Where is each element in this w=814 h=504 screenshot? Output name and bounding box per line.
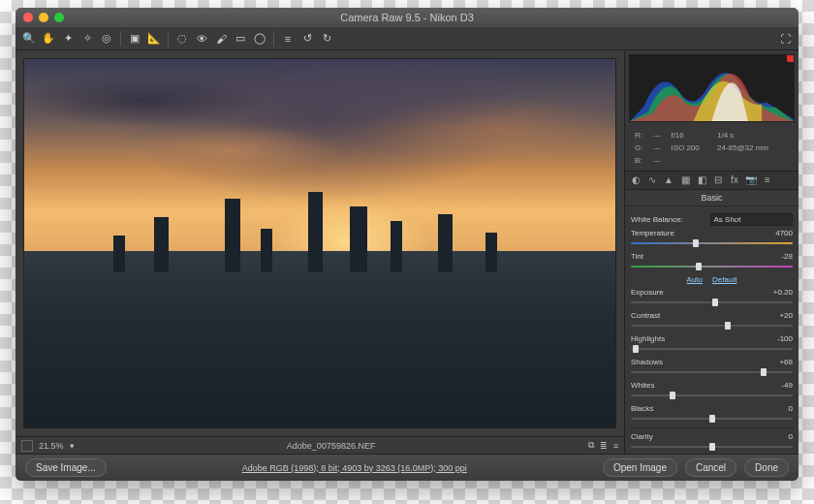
filename: Adobe_00759826.NEF bbox=[80, 441, 582, 451]
clarity-label: Clarity bbox=[631, 432, 653, 441]
tab-lens-icon[interactable]: ⊟ bbox=[711, 173, 725, 187]
footer: Save Image... Adobe RGB (1998); 8 bit; 4… bbox=[16, 454, 798, 481]
panel-title: Basic bbox=[625, 190, 798, 206]
redeye-tool-icon[interactable]: 👁 bbox=[194, 31, 209, 47]
whites-slider[interactable] bbox=[631, 391, 793, 400]
white-balance-tool-icon[interactable]: ✦ bbox=[60, 31, 76, 47]
contrast-value[interactable]: +20 bbox=[779, 311, 793, 320]
fullscreen-toggle-icon[interactable]: ⛶ bbox=[777, 31, 793, 47]
preview-pane: 21.5% ▾ Adobe_00759826.NEF ⧉ ≣ ≡ bbox=[16, 50, 624, 454]
tint-value[interactable]: -28 bbox=[781, 252, 793, 261]
preferences-icon[interactable]: ≡ bbox=[280, 31, 296, 47]
white-balance-label: White Balance: bbox=[631, 215, 706, 224]
temperature-value[interactable]: 4700 bbox=[775, 229, 793, 237]
titlebar: Camera Raw 9.5 - Nikon D3 bbox=[16, 8, 798, 27]
highlights-value[interactable]: -100 bbox=[777, 334, 793, 343]
shadows-value[interactable]: +68 bbox=[779, 358, 793, 366]
adjustment-brush-icon[interactable]: 🖌 bbox=[213, 31, 229, 47]
shadows-label: Shadows bbox=[631, 358, 663, 366]
exposure-slider[interactable] bbox=[631, 298, 793, 307]
tab-basic-icon[interactable]: ◐ bbox=[629, 173, 642, 187]
radial-filter-icon[interactable]: ◯ bbox=[252, 31, 267, 47]
rotate-cw-icon[interactable]: ↻ bbox=[319, 31, 334, 47]
menu-icon[interactable]: ≡ bbox=[613, 441, 618, 451]
whites-label: Whites bbox=[631, 381, 654, 390]
panel-tabs: ◐ ∿ ▲ ▦ ◧ ⊟ fx 📷 ≡ bbox=[625, 171, 798, 190]
rotate-ccw-icon[interactable]: ↺ bbox=[299, 31, 315, 47]
zoom-tool-icon[interactable]: 🔍 bbox=[21, 31, 37, 47]
adjustments-panel: R:---f/161/4 s G:---ISO 20024-85@32 mm B… bbox=[624, 50, 798, 454]
basic-panel: White Balance: As Shot Temperature4700 T… bbox=[625, 206, 798, 454]
open-image-button[interactable]: Open Image bbox=[603, 458, 677, 477]
exif-readout: R:---f/161/4 s G:---ISO 20024-85@32 mm B… bbox=[625, 126, 798, 171]
save-image-button[interactable]: Save Image... bbox=[25, 458, 107, 477]
temperature-row: Temperature4700 bbox=[631, 229, 793, 248]
highlights-label: Highlights bbox=[631, 334, 665, 343]
workflow-options-link[interactable]: Adobe RGB (1998); 8 bit; 4903 by 3263 (1… bbox=[114, 463, 595, 473]
highlights-slider[interactable] bbox=[631, 344, 793, 354]
histogram[interactable] bbox=[629, 54, 795, 122]
tint-label: Tint bbox=[631, 252, 643, 261]
tab-curve-icon[interactable]: ∿ bbox=[645, 173, 659, 187]
exposure-value[interactable]: +0.20 bbox=[773, 288, 793, 297]
divider bbox=[120, 31, 121, 47]
spot-removal-icon[interactable]: ◌ bbox=[174, 31, 190, 47]
zoom-dropdown-icon[interactable]: ▾ bbox=[70, 441, 75, 451]
hand-tool-icon[interactable]: ✋ bbox=[41, 31, 56, 47]
window-controls bbox=[23, 13, 64, 22]
tint-slider[interactable] bbox=[631, 262, 793, 271]
preview-statusbar: 21.5% ▾ Adobe_00759826.NEF ⧉ ≣ ≡ bbox=[16, 436, 624, 454]
straighten-tool-icon[interactable]: 📐 bbox=[146, 31, 162, 47]
graduated-filter-icon[interactable]: ▭ bbox=[233, 31, 248, 47]
whites-value[interactable]: -49 bbox=[781, 381, 793, 390]
window-title: Camera Raw 9.5 - Nikon D3 bbox=[16, 12, 798, 23]
view-mode-icon[interactable] bbox=[21, 440, 33, 452]
blacks-value[interactable]: 0 bbox=[789, 404, 793, 413]
blacks-slider[interactable] bbox=[631, 414, 793, 424]
tab-split-icon[interactable]: ◧ bbox=[695, 173, 708, 187]
divider bbox=[168, 31, 169, 47]
shadows-slider[interactable] bbox=[631, 367, 793, 377]
toolbar: 🔍 ✋ ✦ ✧ ◎ ▣ 📐 ◌ 👁 🖌 ▭ ◯ ≡ ↺ ↻ ⛶ bbox=[16, 27, 798, 50]
image-preview[interactable] bbox=[23, 58, 616, 428]
contrast-slider[interactable] bbox=[631, 321, 793, 331]
color-sampler-icon[interactable]: ✧ bbox=[79, 31, 95, 47]
tab-detail-icon[interactable]: ▲ bbox=[662, 173, 675, 187]
tab-presets-icon[interactable]: ≡ bbox=[761, 173, 774, 187]
done-button[interactable]: Done bbox=[744, 458, 789, 477]
zoom-icon[interactable] bbox=[54, 13, 64, 22]
highlight-clip-warning-icon[interactable] bbox=[787, 54, 795, 62]
crop-tool-icon[interactable]: ▣ bbox=[127, 31, 142, 47]
tab-fx-icon[interactable]: fx bbox=[728, 173, 741, 187]
temperature-label: Temperature bbox=[631, 229, 674, 237]
cancel-button[interactable]: Cancel bbox=[685, 458, 736, 477]
temperature-slider[interactable] bbox=[631, 238, 793, 248]
zoom-level[interactable]: 21.5% bbox=[39, 441, 64, 451]
blacks-label: Blacks bbox=[631, 404, 654, 413]
targeted-adjust-icon[interactable]: ◎ bbox=[99, 31, 114, 47]
exposure-label: Exposure bbox=[631, 288, 664, 297]
tint-row: Tint-28 bbox=[631, 252, 793, 271]
white-balance-select[interactable]: As Shot bbox=[710, 213, 794, 226]
tab-hsl-icon[interactable]: ▦ bbox=[678, 173, 692, 187]
filter-icon[interactable]: ⧉ bbox=[588, 440, 594, 451]
default-link[interactable]: Default bbox=[712, 275, 736, 284]
auto-link[interactable]: Auto bbox=[687, 275, 703, 284]
tab-camera-icon[interactable]: 📷 bbox=[744, 173, 758, 187]
close-icon[interactable] bbox=[23, 13, 33, 22]
divider bbox=[273, 31, 274, 47]
clarity-value[interactable]: 0 bbox=[789, 432, 793, 441]
clarity-slider[interactable] bbox=[631, 442, 793, 452]
camera-raw-window: Camera Raw 9.5 - Nikon D3 🔍 ✋ ✦ ✧ ◎ ▣ 📐 … bbox=[16, 8, 798, 481]
contrast-label: Contrast bbox=[631, 311, 660, 320]
minimize-icon[interactable] bbox=[39, 13, 48, 22]
rating-icon[interactable]: ≣ bbox=[600, 441, 608, 451]
